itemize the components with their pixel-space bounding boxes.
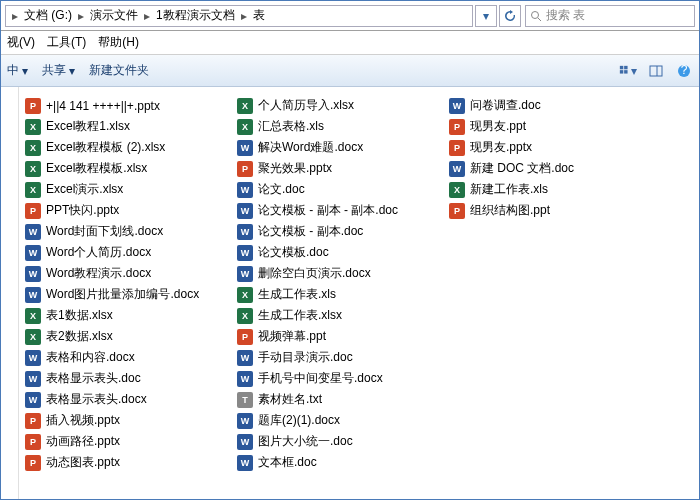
breadcrumb-segment[interactable]: 演示文件 bbox=[86, 7, 142, 24]
breadcrumb-segment[interactable]: 表 bbox=[249, 7, 269, 24]
file-item[interactable]: W论文.doc bbox=[237, 179, 423, 200]
file-item[interactable]: W表格显示表头.doc bbox=[25, 368, 211, 389]
file-item[interactable]: X汇总表格.xls bbox=[237, 116, 423, 137]
file-item[interactable]: X生成工作表.xlsx bbox=[237, 305, 423, 326]
txt-file-icon: T bbox=[237, 392, 253, 408]
file-item[interactable]: X个人简历导入.xlsx bbox=[237, 95, 423, 116]
file-item[interactable]: W问卷调查.doc bbox=[449, 95, 635, 116]
file-name: 论文.doc bbox=[258, 181, 305, 198]
pptx-file-icon: P bbox=[25, 434, 41, 450]
file-name: 论文模板.doc bbox=[258, 244, 329, 261]
file-item[interactable]: P组织结构图.ppt bbox=[449, 200, 635, 221]
refresh-button[interactable] bbox=[499, 5, 521, 27]
file-item[interactable]: W删除空白页演示.docx bbox=[237, 263, 423, 284]
docx-file-icon: W bbox=[237, 266, 253, 282]
file-item[interactable]: X生成工作表.xls bbox=[237, 284, 423, 305]
file-name: Excel演示.xlsx bbox=[46, 181, 123, 198]
file-item[interactable]: T素材姓名.txt bbox=[237, 389, 423, 410]
pptx-file-icon: P bbox=[25, 413, 41, 429]
svg-rect-4 bbox=[620, 70, 623, 73]
file-item[interactable]: W图片大小统一.doc bbox=[237, 431, 423, 452]
file-item[interactable]: XExcel教程模板 (2).xlsx bbox=[25, 137, 211, 158]
file-name: Excel教程1.xlsx bbox=[46, 118, 130, 135]
file-name: 表格显示表头.doc bbox=[46, 370, 141, 387]
file-item[interactable]: W题库(2)(1).docx bbox=[237, 410, 423, 431]
file-item[interactable]: X表2数据.xlsx bbox=[25, 326, 211, 347]
file-item[interactable]: W论文模板.doc bbox=[237, 242, 423, 263]
docx-file-icon: W bbox=[237, 245, 253, 261]
file-item[interactable]: W手动目录演示.doc bbox=[237, 347, 423, 368]
file-item[interactable]: P动态图表.pptx bbox=[25, 452, 211, 473]
file-name: 表格显示表头.docx bbox=[46, 391, 147, 408]
file-item[interactable]: P现男友.ppt bbox=[449, 116, 635, 137]
menu-tools[interactable]: 工具(T) bbox=[47, 34, 86, 51]
file-item[interactable]: P+||4 141 ++++||+.pptx bbox=[25, 95, 211, 116]
file-name: Excel教程模板.xlsx bbox=[46, 160, 147, 177]
menu-help[interactable]: 帮助(H) bbox=[98, 34, 139, 51]
file-item[interactable]: WWord个人简历.docx bbox=[25, 242, 211, 263]
file-item[interactable]: W表格显示表头.docx bbox=[25, 389, 211, 410]
docx-file-icon: W bbox=[237, 371, 253, 387]
share-button[interactable]: 共享 ▾ bbox=[42, 62, 75, 79]
view-options-icon[interactable]: ▾ bbox=[619, 62, 637, 80]
file-item[interactable]: W论文模板 - 副本.doc bbox=[237, 221, 423, 242]
file-item[interactable]: P聚光效果.pptx bbox=[237, 158, 423, 179]
breadcrumb-segment[interactable]: 文档 (G:) bbox=[20, 7, 76, 24]
file-name: 组织结构图.ppt bbox=[470, 202, 550, 219]
address-bar: ▸文档 (G:)▸演示文件▸1教程演示文档▸表 ▾ 搜索 表 bbox=[1, 1, 699, 31]
docx-file-icon: W bbox=[25, 287, 41, 303]
file-item[interactable]: XExcel教程1.xlsx bbox=[25, 116, 211, 137]
docx-file-icon: W bbox=[25, 392, 41, 408]
file-name: 题库(2)(1).docx bbox=[258, 412, 340, 429]
xlsx-file-icon: X bbox=[237, 308, 253, 324]
file-name: 现男友.pptx bbox=[470, 139, 532, 156]
xlsx-file-icon: X bbox=[25, 161, 41, 177]
file-item[interactable]: P插入视频.pptx bbox=[25, 410, 211, 431]
open-button[interactable]: 中 ▾ bbox=[7, 62, 28, 79]
file-item[interactable]: X新建工作表.xls bbox=[449, 179, 635, 200]
docx-file-icon: W bbox=[25, 266, 41, 282]
help-icon[interactable]: ? bbox=[675, 62, 693, 80]
file-item[interactable]: WWord封面下划线.docx bbox=[25, 221, 211, 242]
file-item[interactable]: XExcel演示.xlsx bbox=[25, 179, 211, 200]
svg-rect-5 bbox=[624, 70, 627, 73]
file-item[interactable]: W新建 DOC 文档.doc bbox=[449, 158, 635, 179]
file-item[interactable]: P动画路径.pptx bbox=[25, 431, 211, 452]
file-item[interactable]: W论文模板 - 副本 - 副本.doc bbox=[237, 200, 423, 221]
file-item[interactable]: XExcel教程模板.xlsx bbox=[25, 158, 211, 179]
file-name: Word教程演示.docx bbox=[46, 265, 151, 282]
chevron-right-icon: ▸ bbox=[239, 9, 249, 23]
file-item[interactable]: W文本框.doc bbox=[237, 452, 423, 473]
file-name: Excel教程模板 (2).xlsx bbox=[46, 139, 165, 156]
file-name: Word封面下划线.docx bbox=[46, 223, 163, 240]
svg-text:?: ? bbox=[681, 64, 688, 77]
file-item[interactable]: P现男友.pptx bbox=[449, 137, 635, 158]
file-name: 个人简历导入.xlsx bbox=[258, 97, 354, 114]
docx-file-icon: W bbox=[237, 224, 253, 240]
pptx-file-icon: P bbox=[25, 98, 41, 114]
menu-view[interactable]: 视(V) bbox=[7, 34, 35, 51]
file-name: 问卷调查.doc bbox=[470, 97, 541, 114]
nav-pane[interactable] bbox=[1, 87, 19, 499]
file-item[interactable]: WWord图片批量添加编号.docx bbox=[25, 284, 211, 305]
breadcrumb[interactable]: ▸文档 (G:)▸演示文件▸1教程演示文档▸表 bbox=[5, 5, 473, 27]
file-item[interactable]: W解决Word难题.docx bbox=[237, 137, 423, 158]
new-folder-button[interactable]: 新建文件夹 bbox=[89, 62, 149, 79]
pptx-file-icon: P bbox=[237, 161, 253, 177]
dropdown-button[interactable]: ▾ bbox=[475, 5, 497, 27]
docx-file-icon: W bbox=[449, 98, 465, 114]
breadcrumb-segment[interactable]: 1教程演示文档 bbox=[152, 7, 239, 24]
file-item[interactable]: P视频弹幕.ppt bbox=[237, 326, 423, 347]
file-item[interactable]: W手机号中间变星号.docx bbox=[237, 368, 423, 389]
file-item[interactable]: X表1数据.xlsx bbox=[25, 305, 211, 326]
file-name: 生成工作表.xls bbox=[258, 286, 336, 303]
preview-pane-icon[interactable] bbox=[647, 62, 665, 80]
file-name: 动态图表.pptx bbox=[46, 454, 120, 471]
file-name: 聚光效果.pptx bbox=[258, 160, 332, 177]
file-item[interactable]: PPPT快闪.pptx bbox=[25, 200, 211, 221]
svg-rect-2 bbox=[620, 65, 623, 68]
search-input[interactable]: 搜索 表 bbox=[525, 5, 695, 27]
file-item[interactable]: WWord教程演示.docx bbox=[25, 263, 211, 284]
file-item[interactable]: W表格和内容.docx bbox=[25, 347, 211, 368]
xlsx-file-icon: X bbox=[237, 119, 253, 135]
